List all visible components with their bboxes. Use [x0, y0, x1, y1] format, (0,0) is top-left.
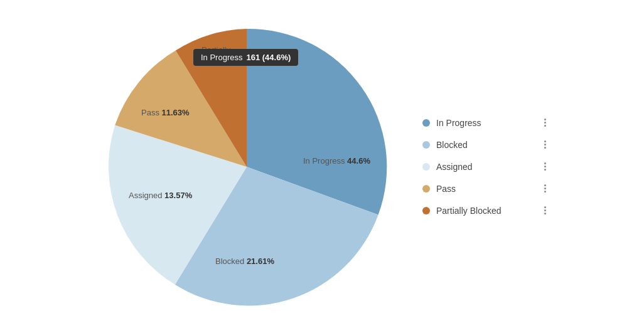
legend-label-partially-blocked: Partially Blocked — [436, 206, 536, 216]
legend-label-blocked: Blocked — [436, 140, 536, 150]
label-pass: Pass 11.63% — [141, 108, 190, 117]
legend-menu-partially-blocked[interactable] — [542, 205, 548, 216]
legend-label-pass: Pass — [436, 184, 536, 194]
legend-label-in-progress: In Progress — [436, 118, 536, 128]
legend-item-partially-blocked[interactable]: Partially Blocked — [422, 205, 548, 216]
label-in-progress: In Progress 44.6% — [303, 156, 370, 166]
label-assigned: Assigned 13.57% — [129, 191, 193, 200]
legend-item-pass[interactable]: Pass — [422, 183, 548, 194]
legend-item-blocked[interactable]: Blocked — [422, 139, 548, 150]
legend-item-in-progress[interactable]: In Progress — [422, 117, 548, 128]
legend-dot-pass — [422, 185, 430, 193]
chart-legend: In ProgressBlockedAssignedPassPartially … — [422, 117, 548, 216]
label-partially-blocked-2: Blocked 8.59% — [201, 55, 256, 65]
pie-svg: In Progress 44.6% Blocked 21.61% Assigne… — [96, 16, 397, 317]
label-partially-blocked: Partially — [201, 45, 231, 55]
legend-menu-blocked[interactable] — [542, 139, 548, 150]
legend-label-assigned: Assigned — [436, 162, 536, 172]
label-blocked: Blocked 21.61% — [215, 256, 274, 266]
pie-chart[interactable]: In Progress 44.6% Blocked 21.61% Assigne… — [96, 16, 397, 317]
legend-dot-partially-blocked — [422, 207, 430, 214]
legend-dot-blocked — [422, 141, 430, 149]
legend-menu-assigned[interactable] — [542, 161, 548, 172]
legend-menu-pass[interactable] — [542, 183, 548, 194]
legend-dot-assigned — [422, 163, 430, 171]
legend-menu-in-progress[interactable] — [542, 117, 548, 128]
legend-item-assigned[interactable]: Assigned — [422, 161, 548, 172]
legend-dot-in-progress — [422, 119, 430, 127]
chart-container: In Progress 44.6% Blocked 21.61% Assigne… — [0, 0, 644, 333]
